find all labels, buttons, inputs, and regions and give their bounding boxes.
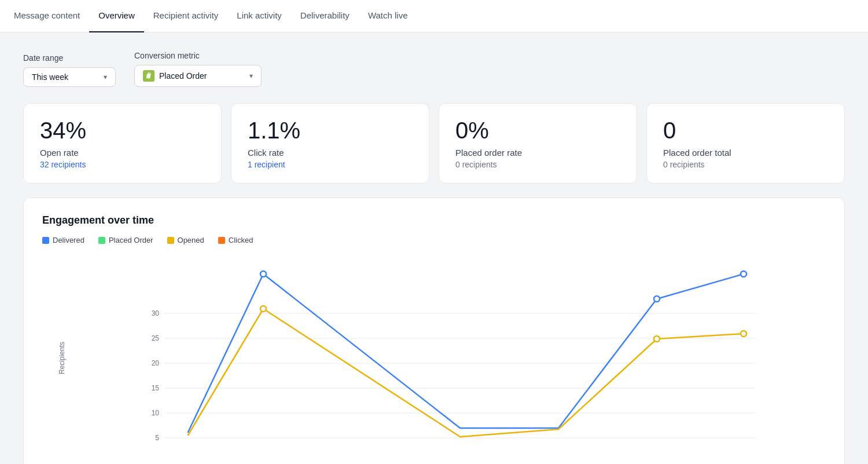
chart-legend: Delivered Placed Order Opened Clicked (42, 236, 826, 244)
controls-row: Date range This week ▾ Conversion metric… (23, 51, 845, 87)
engagement-chart: 5 10 15 20 25 30 (71, 258, 826, 455)
legend-opened-label: Opened (178, 236, 204, 244)
open-rate-label: Open rate (40, 148, 205, 158)
conversion-metric-group: Conversion metric Placed Order ▾ (134, 51, 262, 87)
svg-text:5: 5 (155, 434, 159, 442)
delivered-dot-3 (741, 271, 746, 277)
shopify-icon (143, 70, 155, 82)
delivered-dot-2 (654, 296, 660, 302)
tab-message-content[interactable]: Message content (14, 0, 89, 32)
placed-order-rate-recipients: 0 recipients (455, 160, 620, 169)
legend-clicked-label: Clicked (229, 236, 253, 244)
conversion-metric-dropdown[interactable]: Placed Order ▾ (134, 65, 262, 87)
conversion-metric-label: Conversion metric (134, 51, 262, 60)
legend-item-opened: Opened (167, 236, 204, 244)
placed-order-color-dot (98, 237, 105, 244)
date-range-value: This week (32, 72, 68, 82)
legend-delivered-label: Delivered (53, 236, 84, 244)
tab-watch-live[interactable]: Watch live (359, 0, 417, 32)
date-range-dropdown[interactable]: This week ▾ (23, 67, 116, 87)
opened-dot-3 (741, 331, 746, 337)
opened-dot-2 (654, 336, 660, 342)
metric-card-placed-order-rate: 0% Placed order rate 0 recipients (439, 103, 637, 184)
opened-line (188, 309, 744, 437)
tab-overview[interactable]: Overview (89, 0, 144, 32)
svg-text:15: 15 (152, 384, 160, 392)
clicked-color-dot (218, 237, 225, 244)
placed-order-total-label: Placed order total (663, 148, 828, 158)
metric-card-click-rate: 1.1% Click rate 1 recipient (231, 103, 429, 184)
delivered-dot-1 (260, 271, 266, 277)
conversion-metric-value: Placed Order (159, 71, 207, 81)
open-rate-value: 34% (40, 118, 205, 143)
nav-bar: Message content Overview Recipient activ… (0, 0, 868, 32)
y-axis-label: Recipients (58, 342, 66, 374)
metrics-row: 34% Open rate 32 recipients 1.1% Click r… (23, 103, 845, 184)
legend-item-clicked: Clicked (218, 236, 253, 244)
date-range-group: Date range This week ▾ (23, 53, 116, 87)
legend-item-delivered: Delivered (42, 236, 84, 244)
main-content: Date range This week ▾ Conversion metric… (0, 32, 868, 464)
metric-card-open-rate: 34% Open rate 32 recipients (23, 103, 222, 184)
placed-order-total-recipients: 0 recipients (663, 160, 828, 169)
delivered-line (188, 274, 744, 432)
svg-text:20: 20 (152, 359, 160, 367)
click-rate-recipients[interactable]: 1 recipient (248, 160, 413, 169)
svg-text:30: 30 (152, 309, 160, 317)
svg-text:25: 25 (152, 334, 160, 342)
placed-order-rate-label: Placed order rate (455, 148, 620, 158)
tab-recipient-activity[interactable]: Recipient activity (144, 0, 228, 32)
chevron-down-icon: ▾ (249, 72, 253, 80)
open-rate-recipients[interactable]: 32 recipients (40, 160, 205, 169)
chart-container: Recipients 5 10 15 20 25 30 (42, 258, 826, 458)
chart-title: Engagement over time (42, 214, 826, 226)
metric-card-placed-order-total: 0 Placed order total 0 recipients (646, 103, 845, 184)
tab-deliverability[interactable]: Deliverability (291, 0, 359, 32)
delivered-color-dot (42, 237, 49, 244)
legend-placed-order-label: Placed Order (109, 236, 153, 244)
click-rate-label: Click rate (248, 148, 413, 158)
date-range-label: Date range (23, 53, 116, 63)
opened-dot-1 (260, 306, 266, 312)
tab-link-activity[interactable]: Link activity (227, 0, 291, 32)
chevron-down-icon: ▾ (104, 73, 107, 81)
placed-order-total-value: 0 (663, 118, 828, 143)
placed-order-rate-value: 0% (455, 118, 620, 143)
chart-card: Engagement over time Delivered Placed Or… (23, 198, 845, 464)
opened-color-dot (167, 237, 174, 244)
svg-text:10: 10 (152, 409, 160, 417)
legend-item-placed-order: Placed Order (98, 236, 153, 244)
click-rate-value: 1.1% (248, 118, 413, 143)
